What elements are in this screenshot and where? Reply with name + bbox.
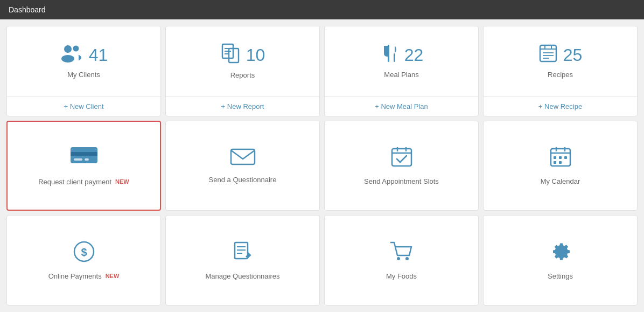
envelope-icon bbox=[230, 147, 256, 170]
card-meal-plans[interactable]: 22 Meal Plans + New Meal Plan bbox=[324, 26, 479, 116]
request-payment-new-badge: NEW bbox=[115, 178, 129, 185]
edit-doc-icon bbox=[232, 240, 254, 267]
dashboard-grid: 41 My Clients + New Client 10 bbox=[0, 19, 644, 312]
clients-action[interactable]: + New Client bbox=[7, 97, 160, 116]
svg-point-0 bbox=[64, 45, 72, 53]
credit-card-icon bbox=[69, 145, 99, 169]
svg-rect-10 bbox=[394, 53, 395, 62]
header-title: Dashboard bbox=[9, 5, 46, 14]
stat-recipes: 25 bbox=[538, 44, 583, 66]
card-top-appointment-slots: Send Appointment Slots bbox=[325, 121, 478, 211]
card-appointment-slots[interactable]: Send Appointment Slots bbox=[324, 121, 479, 211]
svg-rect-19 bbox=[71, 152, 97, 156]
svg-rect-22 bbox=[231, 149, 255, 164]
svg-text:$: $ bbox=[81, 246, 87, 258]
card-top-recipes: 25 Recipes bbox=[484, 26, 637, 97]
card-my-calendar[interactable]: My Calendar bbox=[483, 121, 638, 211]
header: Dashboard bbox=[0, 0, 644, 19]
svg-rect-21 bbox=[85, 158, 89, 161]
card-top-my-clients: 41 My Clients bbox=[7, 26, 160, 97]
card-top-meal-plans: 22 Meal Plans bbox=[325, 26, 478, 97]
card-settings[interactable]: Settings bbox=[483, 215, 638, 306]
card-top-manage-questionnaires: Manage Questionnaires bbox=[166, 216, 319, 305]
my-foods-label: My Foods bbox=[386, 272, 417, 280]
online-payments-new-badge: NEW bbox=[106, 273, 120, 279]
svg-rect-31 bbox=[554, 156, 556, 159]
card-top-settings: Settings bbox=[484, 216, 637, 305]
dollar-circle-icon: $ bbox=[73, 240, 95, 267]
my-calendar-label: My Calendar bbox=[541, 177, 580, 185]
cart-icon bbox=[390, 240, 414, 267]
gear-icon bbox=[549, 240, 572, 267]
card-top-request-payment: Request client payment NEW bbox=[8, 122, 160, 210]
svg-rect-32 bbox=[559, 156, 562, 159]
recipes-action[interactable]: + New Recipe bbox=[484, 97, 637, 116]
request-payment-label: Request client payment bbox=[38, 178, 111, 186]
card-top-reports: 10 Reports bbox=[166, 26, 319, 97]
reports-count: 10 bbox=[246, 45, 265, 65]
svg-rect-11 bbox=[540, 45, 556, 61]
questionnaire-label: Send a Questionnaire bbox=[209, 176, 277, 184]
online-payments-label-group: Online Payments NEW bbox=[48, 271, 120, 280]
card-recipes[interactable]: 25 Recipes + New Recipe bbox=[483, 26, 638, 116]
svg-rect-34 bbox=[554, 161, 556, 164]
svg-rect-35 bbox=[559, 161, 562, 164]
appointment-slots-label: Send Appointment Slots bbox=[364, 177, 439, 185]
stat-meal-plans: 22 bbox=[380, 44, 424, 66]
svg-point-44 bbox=[405, 257, 409, 260]
request-payment-label-group: Request client payment NEW bbox=[38, 177, 129, 186]
svg-rect-20 bbox=[74, 158, 82, 161]
reports-label: Reports bbox=[230, 71, 255, 79]
card-reports[interactable]: 10 Reports + New Report bbox=[165, 26, 320, 116]
card-request-payment[interactable]: Request client payment NEW bbox=[6, 121, 161, 211]
clients-count: 41 bbox=[89, 45, 108, 65]
settings-label: Settings bbox=[548, 272, 573, 280]
svg-point-2 bbox=[73, 46, 79, 52]
card-top-my-foods: My Foods bbox=[325, 216, 478, 305]
svg-point-43 bbox=[397, 257, 400, 260]
stat-my-clients: 41 bbox=[60, 44, 108, 66]
meal-plans-icon bbox=[380, 44, 399, 66]
card-my-foods[interactable]: My Foods bbox=[324, 215, 479, 306]
recipes-count: 25 bbox=[563, 45, 583, 65]
svg-rect-9 bbox=[388, 45, 389, 62]
stat-reports: 10 bbox=[220, 43, 265, 67]
card-top-online-payments: $ Online Payments NEW bbox=[7, 216, 160, 305]
card-online-payments[interactable]: $ Online Payments NEW bbox=[6, 215, 161, 306]
svg-rect-23 bbox=[392, 149, 411, 166]
recipes-icon bbox=[538, 44, 558, 66]
meal-plans-count: 22 bbox=[404, 45, 424, 65]
calendar-icon bbox=[549, 145, 572, 172]
card-manage-questionnaires[interactable]: Manage Questionnaires bbox=[165, 215, 320, 306]
reports-icon bbox=[220, 43, 241, 67]
card-top-my-calendar: My Calendar bbox=[484, 121, 637, 211]
card-my-clients[interactable]: 41 My Clients + New Client bbox=[6, 26, 161, 116]
clients-icon bbox=[60, 44, 83, 66]
card-top-send-questionnaire: Send a Questionnaire bbox=[166, 121, 319, 211]
online-payments-label: Online Payments bbox=[48, 272, 102, 280]
calendar-check-icon bbox=[390, 145, 413, 172]
manage-questionnaires-label: Manage Questionnaires bbox=[205, 272, 279, 280]
svg-point-1 bbox=[61, 55, 74, 63]
meal-plans-label: Meal Plans bbox=[384, 71, 418, 79]
reports-action[interactable]: + New Report bbox=[166, 97, 319, 116]
recipes-label: Recipes bbox=[548, 71, 573, 79]
meal-plans-action[interactable]: + New Meal Plan bbox=[325, 97, 478, 116]
svg-rect-33 bbox=[564, 156, 567, 159]
card-send-questionnaire[interactable]: Send a Questionnaire bbox=[165, 121, 320, 211]
clients-label: My Clients bbox=[67, 71, 100, 79]
